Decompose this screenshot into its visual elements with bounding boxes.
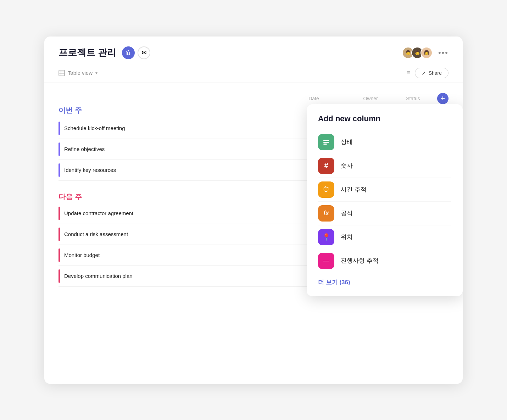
share-icon: ↗ bbox=[422, 70, 426, 76]
progress-icon: — bbox=[318, 253, 334, 269]
avatars: 👨 👨 👩 bbox=[402, 47, 433, 59]
header-left: 프로젝트 관리 🗑 ✉ bbox=[58, 46, 150, 59]
table-icon bbox=[58, 70, 65, 76]
header-right: 👨 👨 👩 ••• bbox=[402, 47, 448, 59]
column-option-label: 위치 bbox=[341, 233, 353, 241]
column-option-label: 상태 bbox=[341, 138, 353, 146]
list-item[interactable]: ⏱ 시간 추적 bbox=[318, 178, 451, 202]
dropdown-title: Add new column bbox=[318, 114, 451, 123]
row-border bbox=[58, 122, 60, 135]
col-header-owner: Owner bbox=[349, 96, 392, 101]
col-header-status: Status bbox=[392, 96, 434, 101]
add-column-button[interactable]: + bbox=[437, 93, 448, 104]
main-content: Date Owner Status + 이번 주 Schedule kick-o… bbox=[44, 83, 463, 308]
number-icon: # bbox=[318, 158, 334, 174]
mail-icon-button[interactable]: ✉ bbox=[138, 46, 150, 59]
see-more-link[interactable]: 더 보기 (36) bbox=[318, 278, 451, 286]
share-button[interactable]: ↗ Share bbox=[415, 68, 448, 78]
share-label: Share bbox=[429, 70, 442, 76]
column-option-label: 진행사항 추적 bbox=[341, 257, 379, 265]
col-header-date: Date bbox=[278, 96, 349, 101]
table-view-button[interactable]: Table view ▾ bbox=[58, 70, 98, 76]
column-option-label: 숫자 bbox=[341, 162, 353, 170]
this-week-title: 이번 주 bbox=[58, 106, 82, 115]
column-option-label: 시간 추적 bbox=[341, 185, 367, 194]
list-item[interactable]: 상태 bbox=[318, 130, 451, 154]
row-border bbox=[58, 207, 60, 220]
row-border bbox=[58, 142, 60, 156]
row-border bbox=[58, 248, 60, 262]
row-border bbox=[58, 228, 60, 241]
app-title: 프로젝트 관리 bbox=[58, 46, 116, 59]
header-icons: 🗑 ✉ bbox=[122, 46, 150, 59]
table-view-label: Table view bbox=[68, 70, 93, 76]
status-icon bbox=[318, 134, 334, 150]
header: 프로젝트 관리 🗑 ✉ 👨 👨 👩 ••• bbox=[44, 37, 463, 65]
more-button[interactable]: ••• bbox=[438, 48, 448, 57]
list-item[interactable]: fx 공식 bbox=[318, 202, 451, 225]
svg-rect-4 bbox=[323, 140, 329, 141]
filter-icon[interactable]: ≡ bbox=[407, 69, 411, 77]
next-week-title: 다음 주 bbox=[58, 193, 82, 201]
location-icon: 📍 bbox=[318, 229, 334, 245]
formula-icon: fx bbox=[318, 205, 334, 222]
svg-rect-0 bbox=[59, 70, 65, 76]
row-border bbox=[58, 269, 60, 283]
svg-rect-6 bbox=[323, 144, 327, 145]
toolbar: Table view ▾ ≡ ↗ Share bbox=[44, 65, 463, 83]
list-item[interactable]: 📍 위치 bbox=[318, 225, 451, 249]
avatar: 👩 bbox=[420, 47, 433, 59]
list-item[interactable]: # 숫자 bbox=[318, 154, 451, 178]
svg-rect-5 bbox=[323, 142, 329, 143]
row-border bbox=[58, 163, 60, 177]
toolbar-right: ≡ ↗ Share bbox=[407, 68, 448, 78]
bucket-icon-button[interactable]: 🗑 bbox=[122, 46, 135, 59]
column-option-label: 공식 bbox=[341, 209, 353, 217]
time-tracking-icon: ⏱ bbox=[318, 181, 334, 198]
list-item[interactable]: — 진행사항 추적 bbox=[318, 249, 451, 273]
chevron-down-icon: ▾ bbox=[95, 71, 98, 75]
add-column-dropdown: Add new column 상태 # 숫자 ⏱ 시간 추적 fx 공식 📍 bbox=[307, 104, 463, 296]
